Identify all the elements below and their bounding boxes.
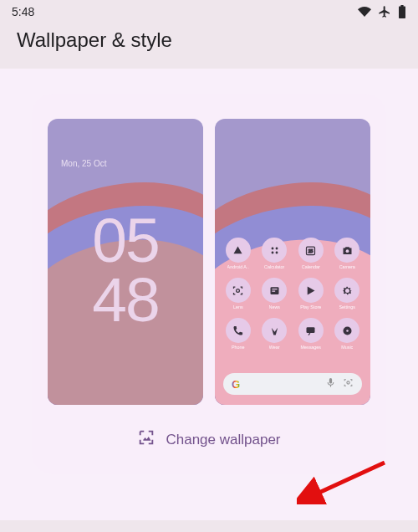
- lens-icon: [226, 278, 251, 303]
- play-icon: [298, 278, 324, 303]
- preview-row: Mon, 25 Oct 05 48 Android A..Calculator2…: [47, 119, 371, 405]
- home-screen-preview[interactable]: Android A..Calculator25CalendarCameraLen…: [215, 119, 370, 405]
- app-calendar[interactable]: 25Calendar: [294, 238, 328, 269]
- calendar-icon: 25: [298, 238, 324, 263]
- app-grid: Android A..Calculator25CalendarCameraLen…: [215, 238, 370, 350]
- lens-icon[interactable]: [343, 376, 354, 391]
- gear-icon: [334, 278, 359, 303]
- app-news[interactable]: News: [258, 278, 292, 309]
- svg-point-14: [347, 381, 349, 384]
- app-label: Settings: [339, 304, 355, 309]
- app-label: Lens: [233, 304, 243, 309]
- app-label: Phone: [232, 345, 245, 350]
- svg-rect-10: [272, 290, 275, 291]
- app-label: Music: [341, 345, 353, 350]
- wallpaper-card: Mon, 25 Oct 05 48 Android A..Calculator2…: [32, 94, 386, 474]
- mic-icon[interactable]: [325, 376, 336, 391]
- camera-icon: [334, 238, 359, 263]
- lock-date: Mon, 25 Oct: [61, 159, 106, 168]
- app-label: Wear: [269, 345, 280, 350]
- change-wallpaper-button[interactable]: Change wallpaper: [47, 428, 371, 451]
- svg-rect-11: [307, 327, 315, 333]
- app-phone[interactable]: Phone: [222, 318, 255, 350]
- svg-point-6: [345, 249, 349, 253]
- lock-clock-hours: 05: [48, 211, 203, 270]
- app-play[interactable]: Play Store: [294, 278, 328, 309]
- svg-point-0: [271, 247, 273, 249]
- lock-clock-mins: 48: [48, 270, 203, 330]
- app-lens[interactable]: Lens: [222, 278, 255, 309]
- grid4-icon: [262, 238, 287, 263]
- app-label: Camera: [339, 264, 355, 269]
- phone-icon: [226, 318, 251, 343]
- search-bar[interactable]: G: [223, 373, 362, 395]
- app-label: Calculator: [264, 264, 284, 269]
- svg-point-1: [275, 247, 278, 249]
- disc-icon: [334, 318, 359, 343]
- app-message[interactable]: Messages: [294, 318, 328, 350]
- app-label: News: [269, 304, 280, 309]
- change-wallpaper-label: Change wallpaper: [166, 432, 280, 448]
- airplane-icon: [378, 5, 391, 18]
- app-label: Messages: [300, 345, 321, 350]
- lock-screen-preview[interactable]: Mon, 25 Oct 05 48: [48, 119, 203, 405]
- app-wear[interactable]: Wear: [258, 318, 292, 350]
- content-area: Mon, 25 Oct 05 48 Android A..Calculator2…: [0, 69, 418, 520]
- app-label: Play Store: [300, 304, 321, 309]
- message-icon: [298, 318, 324, 343]
- svg-point-7: [237, 289, 240, 292]
- app-grid4[interactable]: Calculator: [258, 238, 292, 269]
- app-gear[interactable]: Settings: [331, 278, 364, 309]
- svg-point-3: [275, 251, 278, 253]
- app-label: Android A..: [227, 264, 249, 269]
- android-icon: [226, 238, 251, 263]
- svg-rect-9: [272, 289, 277, 289]
- google-logo: G: [232, 378, 240, 391]
- status-bar: 5:48: [0, 0, 418, 23]
- battery-icon: [398, 5, 406, 18]
- svg-point-13: [346, 330, 349, 332]
- app-disc[interactable]: Music: [331, 318, 364, 350]
- svg-point-2: [271, 251, 273, 253]
- page-title: Wallpaper & style: [0, 23, 418, 69]
- wear-icon: [262, 318, 287, 343]
- svg-text:25: 25: [308, 248, 314, 253]
- app-label: Calendar: [302, 264, 320, 269]
- news-icon: [262, 278, 287, 303]
- app-camera[interactable]: Camera: [331, 238, 364, 269]
- status-icons: [358, 5, 406, 18]
- change-wallpaper-icon: [137, 428, 155, 451]
- status-time: 5:48: [12, 5, 34, 18]
- lock-clock: 05 48: [48, 211, 203, 330]
- wifi-icon: [358, 5, 371, 18]
- app-android[interactable]: Android A..: [222, 238, 255, 269]
